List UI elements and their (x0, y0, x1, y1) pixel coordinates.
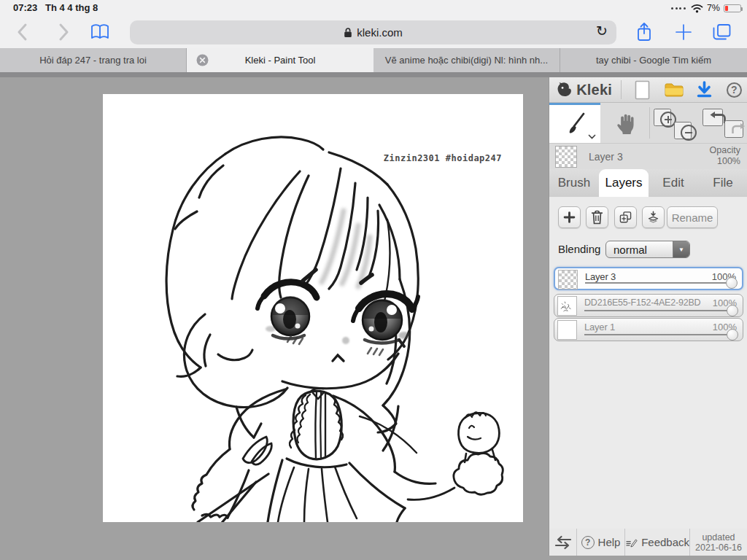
browser-tab-tay-chibi[interactable]: tay chibi - Google Tìm kiếm (560, 48, 747, 72)
zoom-out-icon (680, 124, 697, 141)
browser-tab-ve-anime[interactable]: Vẽ anime hoặc chibi(digi) Nl: hình nh... (374, 48, 560, 72)
updated-info: updated 2021-06-16 (690, 529, 747, 556)
opacity-slider[interactable] (584, 310, 734, 311)
layer-name: Layer 3 (585, 271, 616, 282)
reload-button[interactable]: ↻ (596, 23, 608, 39)
opacity-label: Opacity (710, 145, 740, 156)
opacity-slider[interactable] (585, 282, 733, 284)
lock-icon (344, 27, 352, 38)
address-bar[interactable]: kleki.com ↻ (130, 20, 616, 44)
battery-icon (724, 4, 741, 12)
drawing-canvas[interactable]: Zinzin2301 #hoidap247 (103, 94, 523, 522)
layer-row-1[interactable]: Layer 1 100% (554, 318, 743, 341)
battery-percent: 7% (707, 3, 720, 13)
merge-layer-button[interactable] (642, 206, 665, 228)
slider-knob[interactable] (727, 329, 738, 341)
add-layer-button[interactable] (558, 206, 581, 228)
share-button[interactable] (633, 21, 655, 43)
tabs-overview-button[interactable] (711, 21, 732, 43)
brush-icon (562, 111, 588, 137)
updated-label: updated (695, 532, 742, 542)
layer-row-3[interactable]: Layer 3 100% (554, 267, 743, 290)
new-image-button[interactable] (629, 79, 656, 101)
zoom-out-button[interactable] (674, 122, 692, 139)
divider (649, 107, 650, 139)
tab-label: Vẽ anime hoặc chibi(digi) Nl: hình nh... (385, 55, 548, 66)
help-button[interactable]: ? (721, 79, 747, 101)
screen: 07:23 Th 4 4 thg 8 7% (0, 0, 747, 560)
delete-layer-button[interactable] (586, 206, 608, 228)
tabs-icon (712, 23, 732, 42)
layer-name: DD216E55-F152-4AE2-92BD (584, 298, 700, 308)
kleki-header: Kleki ? (549, 77, 747, 103)
duplicate-layer-button[interactable] (614, 206, 637, 228)
new-tab-button[interactable] (673, 21, 694, 43)
tab-brush[interactable]: Brush (549, 169, 599, 197)
bookmarks-button[interactable] (89, 21, 111, 43)
plus-icon (563, 211, 576, 224)
clock: 07:23 (13, 2, 37, 13)
close-tab-button[interactable] (196, 54, 209, 66)
forward-button[interactable] (53, 21, 74, 43)
tab-edit[interactable]: Edit (649, 169, 698, 197)
zoom-in-button[interactable] (654, 109, 671, 126)
current-layer-thumbnail (555, 146, 577, 168)
save-download-button[interactable] (690, 79, 717, 101)
current-layer-bar[interactable]: Layer 3 Opacity 100% (549, 143, 747, 169)
layers-panel: Rename Blending normal ▼ Layer 3 100% (549, 197, 747, 529)
slider-knob[interactable] (726, 277, 738, 289)
blending-select[interactable]: normal ▼ (605, 241, 690, 258)
back-button[interactable] (12, 21, 34, 43)
current-layer-opacity: Opacity 100% (710, 145, 740, 167)
tab-label: Hỏi đáp 247 - trang tra loi (39, 55, 147, 66)
slider-knob[interactable] (727, 305, 738, 316)
layer-thumbnail (558, 270, 578, 289)
help-label: Help (598, 536, 621, 548)
open-file-button[interactable] (660, 79, 687, 101)
merge-down-icon (647, 209, 659, 225)
layer-row-sketch[interactable]: DD216E55-F152-4AE2-92BD 100% (554, 294, 743, 317)
folder-icon (664, 82, 684, 98)
browser-tab-hoidap[interactable]: Hỏi đáp 247 - trang tra loi (0, 48, 187, 72)
feedback-label: Feedback (641, 536, 689, 548)
chevron-down-icon (588, 134, 596, 139)
forward-chevron-icon (56, 23, 71, 42)
new-page-icon (635, 80, 650, 100)
hand-tool-button[interactable] (600, 103, 649, 143)
trash-icon (591, 209, 603, 225)
blending-label: Blending (558, 243, 600, 255)
browser-toolbar: kleki.com ↻ (0, 16, 747, 48)
feedback-button[interactable]: Feedback (625, 529, 690, 556)
status-indicators: 7% (671, 0, 741, 16)
chibi-eyes (258, 282, 418, 346)
help-icon: ? (727, 82, 742, 98)
kleki-logo-icon (555, 80, 573, 100)
hand-icon (614, 112, 636, 135)
brush-tool-button[interactable] (549, 103, 600, 143)
sketch-thumb (558, 297, 576, 315)
current-layer-name: Layer 3 (589, 151, 623, 163)
tabbar-shadow (0, 72, 747, 77)
redo-icon (730, 122, 747, 136)
watermark-text: Zinzin2301 #hoidap247 (384, 153, 502, 163)
chibi-line-art: Zinzin2301 #hoidap247 (103, 94, 523, 522)
undo-button[interactable] (703, 109, 723, 126)
swap-button[interactable] (549, 529, 577, 556)
swap-arrows-icon (554, 535, 573, 550)
tab-layers[interactable]: Layers (599, 169, 649, 197)
opacity-slider[interactable] (584, 334, 734, 335)
redo-button[interactable] (724, 120, 743, 138)
opacity-value: 100% (710, 156, 740, 167)
tab-file[interactable]: File (698, 169, 747, 197)
rename-layer-button[interactable]: Rename (667, 206, 718, 228)
tab-label: tay chibi - Google Tìm kiếm (596, 55, 711, 66)
divider (621, 80, 622, 99)
browser-tab-bar: Hỏi đáp 247 - trang tra loi Kleki - Pain… (0, 48, 747, 72)
layer-name: Layer 1 (584, 322, 615, 332)
url-text: kleki.com (357, 26, 403, 39)
kleki-footer: ? Help Feedback updated 2021-06-16 (549, 529, 747, 556)
download-icon (696, 81, 713, 99)
panel-tab-bar: Brush Layers Edit File (549, 169, 747, 197)
footer-help-button[interactable]: ? Help (577, 529, 625, 556)
browser-tab-kleki-active[interactable]: Kleki - Paint Tool (187, 48, 374, 72)
